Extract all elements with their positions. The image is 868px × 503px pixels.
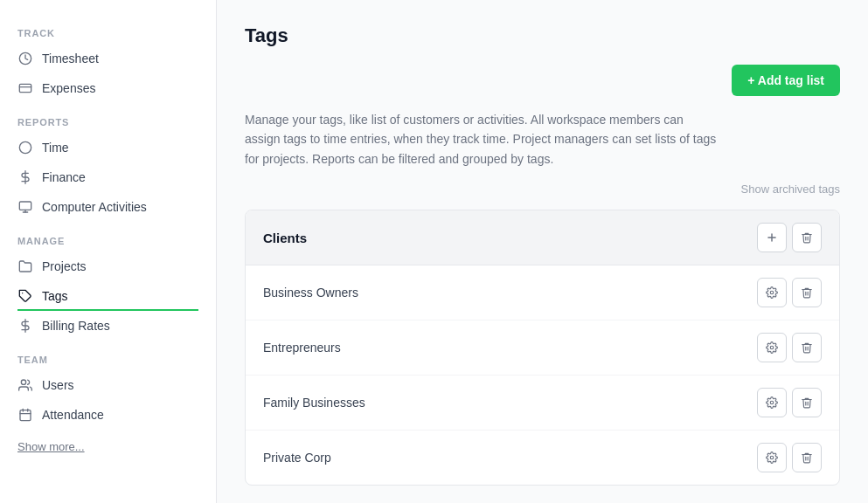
sidebar-item-timesheet[interactable]: Timesheet bbox=[0, 44, 216, 73]
svg-point-18 bbox=[770, 346, 774, 349]
computer-activities-label: Computer Activities bbox=[42, 200, 147, 214]
billing-rates-icon bbox=[17, 318, 33, 334]
tag-row-name: Family Businesses bbox=[263, 396, 365, 410]
finance-icon bbox=[17, 169, 33, 185]
expenses-label: Expenses bbox=[42, 81, 95, 95]
toolbar: + Add tag list bbox=[245, 65, 840, 96]
svg-point-20 bbox=[770, 456, 774, 459]
plus-icon bbox=[766, 231, 778, 244]
time-label: Time bbox=[42, 141, 69, 155]
computer-activities-icon bbox=[17, 199, 33, 215]
tag-row-name: Private Corp bbox=[263, 451, 331, 465]
timesheet-label: Timesheet bbox=[42, 52, 99, 65]
svg-rect-5 bbox=[19, 202, 31, 210]
gear-icon bbox=[766, 341, 778, 354]
svg-rect-11 bbox=[20, 410, 31, 421]
edit-tag-button[interactable] bbox=[757, 388, 787, 417]
sidebar-item-tags[interactable]: Tags bbox=[0, 281, 216, 311]
tag-row: Business Owners bbox=[246, 265, 839, 320]
tag-rows-container: Business Owners Entrepreneurs Fami bbox=[246, 265, 839, 485]
gear-icon bbox=[766, 451, 778, 464]
edit-tag-button[interactable] bbox=[757, 443, 787, 472]
time-icon bbox=[17, 140, 33, 155]
delete-tag-button[interactable] bbox=[792, 443, 822, 472]
sidebar-item-projects[interactable]: Projects bbox=[0, 252, 216, 281]
delete-tag-button[interactable] bbox=[792, 278, 822, 307]
sidebar-item-users[interactable]: Users bbox=[0, 370, 216, 400]
attendance-icon bbox=[17, 407, 33, 423]
gear-icon bbox=[766, 286, 778, 299]
delete-tag-button[interactable] bbox=[792, 388, 822, 417]
svg-point-19 bbox=[770, 401, 774, 404]
delete-tag-button[interactable] bbox=[792, 333, 822, 362]
team-section-label: TEAM bbox=[0, 341, 216, 370]
finance-label: Finance bbox=[42, 170, 86, 184]
users-label: Users bbox=[42, 378, 74, 392]
track-section-label: TRACK bbox=[0, 14, 216, 44]
tag-row: Family Businesses bbox=[246, 376, 839, 431]
tag-row-name: Entrepreneurs bbox=[263, 341, 341, 355]
tag-list-name: Clients bbox=[263, 231, 307, 245]
svg-point-3 bbox=[19, 141, 31, 153]
expenses-icon bbox=[17, 80, 33, 96]
reports-section-label: REPORTS bbox=[0, 103, 216, 133]
projects-icon bbox=[17, 258, 33, 274]
show-more-link[interactable]: Show more... bbox=[0, 430, 216, 464]
main-content: Tags + Add tag list Manage your tags, li… bbox=[217, 0, 868, 503]
svg-point-10 bbox=[21, 380, 25, 384]
page-title: Tags bbox=[245, 24, 840, 47]
svg-rect-1 bbox=[19, 84, 31, 92]
tags-icon bbox=[17, 288, 33, 304]
tag-row-actions bbox=[757, 388, 822, 417]
timesheet-icon bbox=[17, 51, 33, 66]
trash-icon bbox=[801, 451, 813, 464]
tags-label: Tags bbox=[42, 289, 68, 303]
tag-row-actions bbox=[757, 443, 822, 472]
attendance-label: Attendance bbox=[42, 408, 104, 422]
sidebar-item-billing-rates[interactable]: Billing Rates bbox=[0, 311, 216, 341]
tag-list-card: Clients Business Owners Entr bbox=[245, 210, 840, 486]
manage-section-label: MANAGE bbox=[0, 222, 216, 252]
edit-tag-button[interactable] bbox=[757, 278, 787, 307]
sidebar-item-expenses[interactable]: Expenses bbox=[0, 73, 216, 103]
edit-tag-button[interactable] bbox=[757, 333, 787, 362]
billing-rates-label: Billing Rates bbox=[42, 319, 110, 333]
page-description: Manage your tags, like list of customers… bbox=[245, 110, 717, 169]
tag-row-actions bbox=[757, 278, 822, 307]
delete-list-button[interactable] bbox=[792, 223, 822, 252]
users-icon bbox=[17, 377, 33, 393]
header-actions bbox=[757, 223, 822, 252]
sidebar-item-computer-activities[interactable]: Computer Activities bbox=[0, 192, 216, 222]
trash-icon bbox=[801, 286, 813, 299]
svg-point-17 bbox=[770, 291, 774, 294]
gear-icon bbox=[766, 396, 778, 409]
tag-row-actions bbox=[757, 333, 822, 362]
sidebar-item-finance[interactable]: Finance bbox=[0, 162, 216, 192]
projects-label: Projects bbox=[42, 259, 87, 273]
tag-row: Entrepreneurs bbox=[246, 320, 839, 376]
tag-list-header: Clients bbox=[246, 210, 839, 265]
tag-row: Private Corp bbox=[246, 431, 839, 485]
add-tag-button[interactable] bbox=[757, 223, 787, 252]
trash-icon bbox=[801, 341, 813, 354]
tag-row-name: Business Owners bbox=[263, 286, 358, 300]
add-tag-list-button[interactable]: + Add tag list bbox=[732, 65, 840, 96]
trash-icon bbox=[801, 231, 813, 244]
sidebar-item-time[interactable]: Time bbox=[0, 133, 216, 162]
trash-icon bbox=[801, 396, 813, 409]
sidebar: TRACK Timesheet Expenses REPORTS Time Fi… bbox=[0, 0, 217, 503]
show-archived-tags[interactable]: Show archived tags bbox=[245, 183, 840, 196]
sidebar-item-attendance[interactable]: Attendance bbox=[0, 400, 216, 430]
